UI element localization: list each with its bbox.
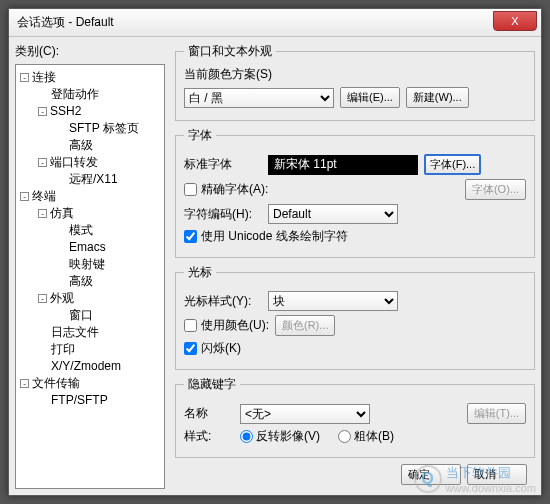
dialog-window: 会话选项 - Default X 类别(C): -连接登陆动作-SSH2SFTP…: [8, 8, 542, 496]
tree-item[interactable]: -仿真: [18, 205, 162, 222]
style-label: 样式:: [184, 428, 234, 445]
close-button[interactable]: X: [493, 11, 537, 31]
cursor-group: 光标 光标样式(Y): 块 使用颜色(U): 颜色(R)... 闪烁(K): [175, 264, 535, 370]
tree-toggle-icon[interactable]: -: [20, 379, 29, 388]
tree-item-label: 端口转发: [50, 155, 98, 170]
tree-item-label: 仿真: [50, 206, 74, 221]
std-font-label: 标准字体: [184, 156, 262, 173]
tree-item[interactable]: 窗口: [18, 307, 162, 324]
bold-radio-input[interactable]: [338, 430, 351, 443]
tree-item[interactable]: FTP/SFTP: [18, 392, 162, 409]
scheme-edit-button[interactable]: 编辑(E)...: [340, 87, 400, 108]
encoding-select[interactable]: Default: [268, 204, 398, 224]
use-color-checkbox[interactable]: 使用颜色(U):: [184, 317, 269, 334]
cancel-button[interactable]: 取消: [467, 464, 527, 485]
tree-item-label: 连接: [32, 70, 56, 85]
category-pane: 类别(C): -连接登陆动作-SSH2SFTP 标签页高级-端口转发远程/X11…: [15, 43, 165, 489]
tree-toggle-icon[interactable]: -: [38, 158, 47, 167]
tree-item-label: 高级: [69, 274, 93, 289]
unicode-input[interactable]: [184, 230, 197, 243]
tree-item[interactable]: 模式: [18, 222, 162, 239]
tree-item[interactable]: -连接: [18, 69, 162, 86]
category-label: 类别(C):: [15, 43, 165, 60]
tree-item-label: 日志文件: [51, 325, 99, 340]
font-button-2: 字体(O)...: [465, 179, 526, 200]
tree-item-label: Emacs: [69, 240, 106, 255]
font-legend: 字体: [184, 127, 216, 144]
tree-item-label: 登陆动作: [51, 87, 99, 102]
tree-toggle-icon[interactable]: -: [38, 107, 47, 116]
tree-item-label: 外观: [50, 291, 74, 306]
tree-item[interactable]: -SSH2: [18, 103, 162, 120]
settings-pane: 窗口和文本外观 当前颜色方案(S) 白 / 黑 编辑(E)... 新建(W)..…: [165, 43, 535, 489]
scheme-label: 当前颜色方案(S): [184, 66, 526, 83]
dialog-footer: 确定 取消: [401, 464, 527, 485]
appearance-group: 窗口和文本外观 当前颜色方案(S) 白 / 黑 编辑(E)... 新建(W)..…: [175, 43, 535, 121]
tree-item-label: 映射键: [69, 257, 105, 272]
tree-toggle-icon[interactable]: -: [20, 192, 29, 201]
tree-toggle-icon[interactable]: -: [38, 294, 47, 303]
hidden-legend: 隐藏键字: [184, 376, 240, 393]
bold-radio[interactable]: 粗体(B): [338, 428, 394, 445]
cursor-style-select[interactable]: 块: [268, 291, 398, 311]
font-group: 字体 标准字体 新宋体 11pt 字体(F)... 精确字体(A): 字体(O)…: [175, 127, 535, 258]
tree-item[interactable]: 高级: [18, 273, 162, 290]
tree-item-label: 终端: [32, 189, 56, 204]
blink-checkbox[interactable]: 闪烁(K): [184, 340, 241, 357]
name-select[interactable]: <无>: [240, 404, 370, 424]
hidden-group: 隐藏键字 名称 <无> 编辑(T)... 样式: 反转影像(V) 粗体(B): [175, 376, 535, 458]
tree-item[interactable]: 打印: [18, 341, 162, 358]
tree-item-label: 窗口: [69, 308, 93, 323]
tree-item-label: 远程/X11: [69, 172, 118, 187]
tree-item[interactable]: SFTP 标签页: [18, 120, 162, 137]
tree-item-label: SFTP 标签页: [69, 121, 139, 136]
blink-input[interactable]: [184, 342, 197, 355]
tree-item-label: 打印: [51, 342, 75, 357]
tree-item[interactable]: 日志文件: [18, 324, 162, 341]
tree-item[interactable]: 高级: [18, 137, 162, 154]
category-tree[interactable]: -连接登陆动作-SSH2SFTP 标签页高级-端口转发远程/X11-终端-仿真模…: [15, 64, 165, 489]
tree-item-label: 文件传输: [32, 376, 80, 391]
hidden-edit-button: 编辑(T)...: [467, 403, 526, 424]
dialog-content: 类别(C): -连接登陆动作-SSH2SFTP 标签页高级-端口转发远程/X11…: [9, 37, 541, 495]
reverse-radio-input[interactable]: [240, 430, 253, 443]
precise-font-input[interactable]: [184, 183, 197, 196]
appearance-legend: 窗口和文本外观: [184, 43, 276, 60]
scheme-new-button[interactable]: 新建(W)...: [406, 87, 469, 108]
font-button[interactable]: 字体(F)...: [424, 154, 481, 175]
tree-toggle-icon[interactable]: -: [20, 73, 29, 82]
titlebar: 会话选项 - Default X: [9, 9, 541, 37]
tree-item[interactable]: -端口转发: [18, 154, 162, 171]
tree-item-label: 高级: [69, 138, 93, 153]
tree-item[interactable]: -外观: [18, 290, 162, 307]
tree-item-label: SSH2: [50, 104, 81, 119]
window-title: 会话选项 - Default: [17, 14, 114, 31]
reverse-radio[interactable]: 反转影像(V): [240, 428, 320, 445]
tree-toggle-icon[interactable]: -: [38, 209, 47, 218]
cursor-style-label: 光标样式(Y):: [184, 293, 262, 310]
name-label: 名称: [184, 405, 234, 422]
tree-item[interactable]: -终端: [18, 188, 162, 205]
encoding-label: 字符编码(H):: [184, 206, 262, 223]
tree-item[interactable]: 远程/X11: [18, 171, 162, 188]
tree-item-label: X/Y/Zmodem: [51, 359, 121, 374]
tree-item-label: FTP/SFTP: [51, 393, 108, 408]
tree-item[interactable]: Emacs: [18, 239, 162, 256]
tree-item[interactable]: -文件传输: [18, 375, 162, 392]
tree-item[interactable]: X/Y/Zmodem: [18, 358, 162, 375]
use-color-input[interactable]: [184, 319, 197, 332]
tree-item-label: 模式: [69, 223, 93, 238]
unicode-checkbox[interactable]: 使用 Unicode 线条绘制字符: [184, 228, 348, 245]
font-sample: 新宋体 11pt: [268, 155, 418, 175]
precise-font-checkbox[interactable]: 精确字体(A):: [184, 181, 268, 198]
color-button: 颜色(R)...: [275, 315, 335, 336]
tree-item[interactable]: 登陆动作: [18, 86, 162, 103]
tree-item[interactable]: 映射键: [18, 256, 162, 273]
close-icon: X: [511, 15, 518, 27]
ok-button[interactable]: 确定: [401, 464, 461, 485]
scheme-select[interactable]: 白 / 黑: [184, 88, 334, 108]
cursor-legend: 光标: [184, 264, 216, 281]
